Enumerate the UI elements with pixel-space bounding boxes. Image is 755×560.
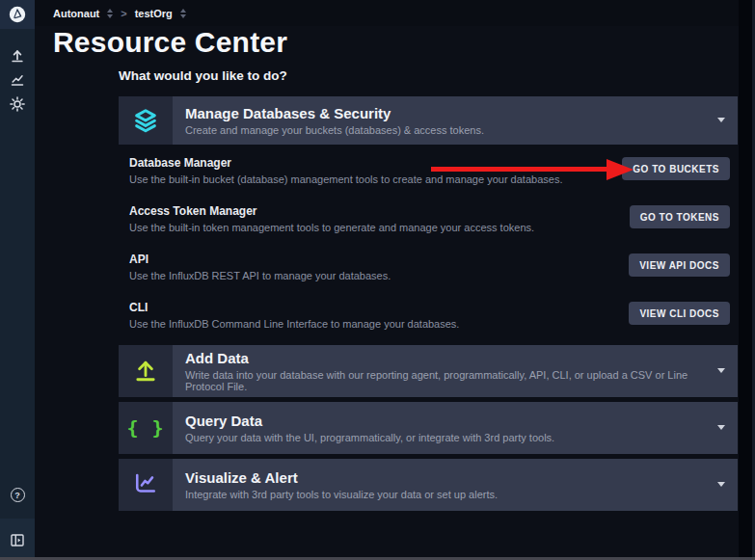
- panel-title: Query Data: [185, 413, 703, 429]
- panel-icon-cell: [119, 459, 173, 511]
- gear-icon: [10, 96, 25, 112]
- sidebar-nav: [0, 43, 35, 116]
- panel-visualize-alert[interactable]: Visualize & Alert Integrate with 3rd par…: [119, 459, 738, 511]
- list-item-access-token-manager: Access Token Manager Use the built-in to…: [129, 193, 738, 241]
- sidebar: ?: [0, 0, 35, 560]
- breadcrumb: Autonaut > testOrg: [35, 0, 739, 26]
- upload-icon: [10, 48, 25, 64]
- main-content: Autonaut > testOrg Resource Center What …: [35, 0, 739, 560]
- view-cli-docs-button[interactable]: VIEW CLI DOCS: [629, 302, 730, 325]
- sidebar-item-data-explorer[interactable]: [0, 67, 35, 92]
- breadcrumb-separator: >: [121, 8, 126, 19]
- logo-icon: [8, 5, 27, 24]
- sidebar-item-load-data[interactable]: [0, 43, 35, 67]
- list-item-cli: CLI Use the InfluxDB Command Line Interf…: [129, 289, 738, 337]
- sidebar-toggle[interactable]: [0, 519, 35, 560]
- go-to-buckets-button[interactable]: GO TO BUCKETS: [622, 157, 730, 180]
- line-chart-icon: [132, 471, 159, 498]
- panel-icon-cell: [119, 345, 173, 397]
- sidebar-item-help[interactable]: ?: [11, 483, 25, 507]
- go-to-tokens-button[interactable]: GO TO TOKENS: [630, 205, 730, 228]
- panel-description: Integrate with 3rd party tools to visual…: [185, 489, 703, 500]
- panel-header-text: Visualize & Alert Integrate with 3rd par…: [173, 459, 738, 511]
- panel-icon-cell: [119, 96, 173, 145]
- red-arrow-annotation: [431, 167, 607, 172]
- project-switcher-icon[interactable]: [180, 9, 186, 18]
- influxdata-logo[interactable]: [0, 0, 35, 29]
- panel-header-text: Query Data Query your data with the UI, …: [173, 402, 738, 454]
- panel-add-data[interactable]: Add Data Write data into your database w…: [119, 345, 738, 397]
- braces-icon: { }: [126, 416, 164, 440]
- panel-icon-cell: { }: [119, 402, 173, 454]
- list-item-api: API Use the InfluxDB REST API to manage …: [129, 241, 738, 289]
- resource-panels: Manage Databases & Security Create and m…: [119, 96, 738, 511]
- page-subtitle: What would you like to do?: [119, 68, 287, 83]
- panel-toggle-icon: [10, 532, 25, 547]
- red-arrow-head: [607, 159, 634, 180]
- chevron-down-icon[interactable]: [717, 482, 725, 487]
- breadcrumb-project[interactable]: testOrg: [135, 8, 173, 19]
- layers-icon: [132, 107, 159, 134]
- panel-title: Add Data: [185, 350, 703, 366]
- panel-query-data[interactable]: { } Query Data Query your data with the …: [119, 402, 738, 454]
- app-root: ? Autonaut > testOrg Resource Center Wha…: [0, 0, 755, 560]
- chevron-down-icon[interactable]: [717, 368, 725, 373]
- help-icon: ?: [11, 488, 25, 502]
- page-title: Resource Center: [53, 27, 287, 58]
- panel-description: Create and manage your buckets (database…: [185, 124, 703, 136]
- panel-description: Write data into your database with our r…: [185, 369, 703, 392]
- panel-header-text: Add Data Write data into your database w…: [173, 345, 738, 397]
- view-api-docs-button[interactable]: VIEW API DOCS: [629, 253, 730, 277]
- manage-databases-items: Database Manager Use the built-in bucket…: [119, 145, 738, 343]
- breadcrumb-org[interactable]: Autonaut: [53, 8, 99, 19]
- upload-icon: [132, 358, 159, 385]
- graph-icon: [10, 72, 25, 88]
- org-switcher-icon[interactable]: [107, 9, 113, 18]
- panel-title: Visualize & Alert: [185, 469, 703, 486]
- panel-manage-databases[interactable]: Manage Databases & Security Create and m…: [119, 96, 738, 145]
- sidebar-item-settings[interactable]: [0, 92, 35, 116]
- chevron-down-icon[interactable]: [717, 118, 725, 122]
- panel-description: Query your data with the UI, programmati…: [185, 432, 703, 443]
- panel-header-text: Manage Databases & Security Create and m…: [173, 96, 738, 145]
- chevron-down-icon[interactable]: [717, 425, 725, 430]
- panel-title: Manage Databases & Security: [185, 105, 703, 121]
